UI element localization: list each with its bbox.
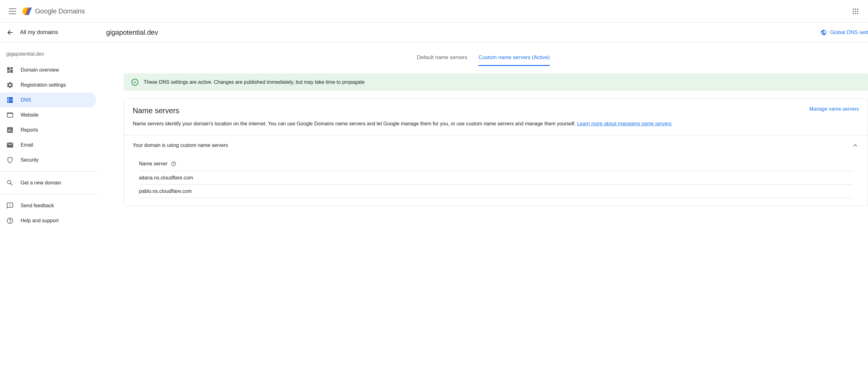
dns-icon bbox=[6, 96, 14, 104]
sidebar-item-dns[interactable]: DNS bbox=[0, 92, 96, 108]
gear-icon bbox=[6, 81, 14, 89]
name-servers-card: Name servers Manage name servers Name se… bbox=[124, 99, 868, 206]
ns-table-header: Name server bbox=[139, 157, 853, 171]
sidebar-label: Get a new domain bbox=[21, 180, 61, 186]
logo[interactable]: Google Domains bbox=[23, 6, 85, 16]
manage-name-servers-link[interactable]: Manage name servers bbox=[809, 106, 859, 112]
tab-default-ns[interactable]: Default name servers bbox=[417, 50, 467, 66]
dashboard-icon bbox=[6, 66, 14, 74]
tab-custom-ns[interactable]: Custom name servers (Active) bbox=[478, 50, 550, 66]
feedback-icon bbox=[6, 202, 14, 209]
sidebar-item-overview[interactable]: Domain overview bbox=[0, 62, 96, 78]
help-icon bbox=[6, 217, 14, 224]
global-dns-text: Global DNS sett bbox=[830, 29, 868, 36]
chevron-up-icon bbox=[851, 142, 859, 149]
learn-more-link[interactable]: Learn more about managing name servers bbox=[577, 121, 671, 126]
domain-title: gigapotential.dev bbox=[99, 28, 158, 36]
globe-icon bbox=[820, 29, 827, 36]
card-title: Name servers bbox=[133, 106, 179, 115]
sidebar-label: Reports bbox=[21, 127, 38, 133]
divider bbox=[0, 194, 99, 194]
divider bbox=[0, 171, 99, 172]
dns-active-alert: These DNS settings are active. Changes a… bbox=[124, 74, 868, 91]
back-button[interactable] bbox=[6, 29, 14, 36]
sidebar-label: Email bbox=[21, 142, 33, 148]
sidebar-item-reports[interactable]: Reports bbox=[0, 122, 96, 138]
hamburger-icon bbox=[9, 8, 16, 14]
sidebar-item-get-domain[interactable]: Get a new domain bbox=[0, 175, 96, 190]
sidebar-item-registration[interactable]: Registration settings bbox=[0, 78, 96, 92]
website-icon bbox=[6, 111, 14, 119]
sidebar-item-email[interactable]: Email bbox=[0, 138, 96, 152]
google-apps-button[interactable] bbox=[848, 4, 863, 19]
sidebar-label: Domain overview bbox=[21, 67, 59, 73]
sidebar-label: Website bbox=[21, 112, 39, 118]
ns-row: pablo.ns.cloudflare.com bbox=[139, 185, 853, 198]
sidebar-item-website[interactable]: Website bbox=[0, 108, 96, 122]
apps-grid-icon bbox=[853, 8, 858, 14]
chart-icon bbox=[6, 126, 14, 134]
sidebar: gigapotential.dev Domain overview Regist… bbox=[0, 43, 99, 228]
logo-text: Google Domains bbox=[35, 7, 85, 15]
check-circle-icon bbox=[131, 79, 138, 86]
section-toggle[interactable]: Your domain is using custom name servers bbox=[133, 142, 859, 149]
tabs: Default name servers Custom name servers… bbox=[99, 50, 868, 66]
sidebar-item-security[interactable]: Security bbox=[0, 152, 96, 168]
email-icon bbox=[6, 141, 14, 149]
ns-row: aitana.ns.cloudflare.com bbox=[139, 171, 853, 185]
sidebar-label: Security bbox=[21, 157, 39, 163]
search-icon bbox=[6, 179, 14, 187]
card-description: Name servers identify your domain's loca… bbox=[124, 115, 868, 135]
shield-icon bbox=[6, 156, 14, 164]
section-title: Your domain is using custom name servers bbox=[133, 143, 228, 148]
arrow-left-icon bbox=[6, 29, 14, 36]
sidebar-label: Help and support bbox=[21, 218, 59, 224]
sidebar-item-feedback[interactable]: Send feedback bbox=[0, 198, 96, 213]
sidebar-label: Send feedback bbox=[21, 203, 54, 208]
sidebar-label: Registration settings bbox=[21, 82, 66, 88]
logo-mark-icon bbox=[23, 6, 32, 16]
menu-button[interactable] bbox=[5, 4, 20, 19]
alert-text: These DNS settings are active. Changes a… bbox=[144, 79, 365, 85]
global-dns-link[interactable]: Global DNS sett bbox=[820, 29, 868, 36]
sidebar-item-help[interactable]: Help and support bbox=[0, 213, 96, 228]
help-circle-icon[interactable] bbox=[171, 161, 177, 167]
back-label: All my domains bbox=[20, 29, 58, 36]
sidebar-label: DNS bbox=[21, 97, 31, 103]
sidebar-domain-label: gigapotential.dev bbox=[0, 48, 99, 62]
